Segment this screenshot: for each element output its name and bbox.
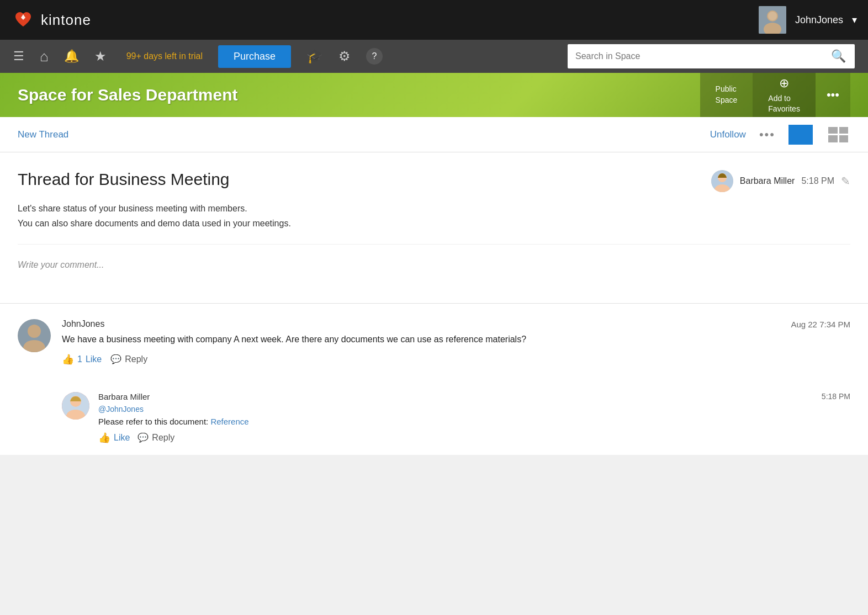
- nav-left: kintone: [11, 8, 91, 32]
- comment-text-johnjones: We have a business meeting with company …: [62, 332, 850, 347]
- barbara-avatar-img: [62, 392, 89, 420]
- thread-dots-menu[interactable]: •••: [759, 128, 775, 142]
- unfollow-button[interactable]: Unfollow: [710, 129, 746, 140]
- reply-text-before: Please refer to this document:: [98, 417, 210, 426]
- reply-time-barbara: 5:18 PM: [822, 392, 850, 401]
- thread-time: 5:18 PM: [801, 176, 834, 186]
- comment-johnjones: JohnJones Aug 22 7:34 PM We have a busin…: [0, 304, 868, 381]
- reply-like-label: Like: [114, 433, 130, 443]
- user-name: JohnJones: [795, 14, 843, 26]
- svg-point-10: [28, 325, 41, 338]
- graduation-icon[interactable]: 🎓: [306, 49, 323, 64]
- reply-button-barbara-reply[interactable]: 💬 Reply: [137, 432, 174, 443]
- thread-author-name: Barbara Miller: [740, 176, 795, 186]
- reply-reply-label: Reply: [152, 433, 174, 443]
- thumbs-up-reply-icon: 👍: [98, 432, 110, 444]
- menu-icon[interactable]: ☰: [13, 49, 24, 63]
- reply-bubble-reply-icon: 💬: [137, 432, 149, 443]
- thread-toolbar: New Thread Unfollow •••: [0, 117, 868, 152]
- thread-meta: Barbara Miller 5:18 PM ✎: [711, 170, 850, 192]
- thread-section: Thread for Business Meeting Barbara Mill…: [0, 152, 868, 303]
- reply-text-barbara: Please refer to this document: Reference: [98, 417, 850, 426]
- reply-barbara: Barbara Miller 5:18 PM @JohnJones Please…: [0, 381, 868, 455]
- thread-author-avatar: [711, 170, 733, 192]
- grid-cell-1: [828, 127, 838, 134]
- grid-cell-3: [828, 135, 838, 142]
- like-count: 1: [77, 354, 82, 364]
- comment-avatar-johnjones: [18, 319, 51, 352]
- thread-body: Let's share status of your business meet…: [18, 201, 850, 231]
- reply-header-barbara: Barbara Miller 5:18 PM: [98, 392, 850, 401]
- space-title: Space for Sales Department: [18, 86, 237, 104]
- gear-icon[interactable]: ⚙: [338, 49, 351, 64]
- logo-text: kintone: [41, 12, 91, 29]
- reply-button-johnjones[interactable]: 💬 Reply: [110, 354, 147, 364]
- user-avatar-img: [759, 6, 786, 34]
- grid-cell-4: [839, 135, 849, 142]
- comment-body-johnjones: JohnJones Aug 22 7:34 PM We have a busin…: [62, 319, 850, 365]
- space-header: Space for Sales Department PublicSpace ⊕…: [0, 73, 868, 117]
- johnjones-avatar-img: [18, 319, 51, 352]
- add-favorites-label: Add toFavorites: [768, 93, 800, 115]
- new-thread-button[interactable]: New Thread: [18, 129, 68, 140]
- add-favorites-icon: ⊕: [779, 75, 789, 92]
- top-nav: kintone JohnJones ▾: [0, 0, 868, 40]
- search-box: 🔍: [568, 44, 855, 68]
- bell-icon[interactable]: 🔔: [64, 49, 79, 63]
- purchase-button[interactable]: Purchase: [218, 45, 291, 68]
- thumbs-up-icon: 👍: [62, 353, 74, 365]
- thread-title: Thread for Business Meeting: [18, 170, 230, 189]
- reply-bubble-icon: 💬: [110, 354, 121, 364]
- space-more-icon: •••: [827, 88, 839, 102]
- reply-avatar-barbara: [62, 392, 89, 420]
- home-icon[interactable]: ⌂: [40, 48, 49, 65]
- reply-body-barbara: Barbara Miller 5:18 PM @JohnJones Please…: [98, 392, 850, 444]
- thread-edit-icon[interactable]: ✎: [841, 174, 850, 188]
- reply-mention-barbara: @JohnJones: [98, 405, 850, 413]
- svg-point-5: [768, 12, 777, 20]
- space-header-actions: PublicSpace ⊕ Add toFavorites •••: [700, 73, 850, 117]
- reply-author-barbara: Barbara Miller: [98, 392, 150, 401]
- comment-header-johnjones: JohnJones Aug 22 7:34 PM: [62, 319, 850, 329]
- comment-time-johnjones: Aug 22 7:34 PM: [791, 320, 850, 329]
- public-space-button[interactable]: PublicSpace: [700, 73, 753, 117]
- thread-author-avatar-img: [711, 170, 733, 192]
- comment-placeholder-text[interactable]: Write your comment...: [18, 256, 850, 274]
- like-label: Like: [86, 354, 102, 364]
- secondary-nav: ☰ ⌂ 🔔 ★ 99+ days left in trial Purchase …: [0, 40, 868, 73]
- space-more-button[interactable]: •••: [816, 73, 850, 117]
- logo[interactable]: kintone: [11, 8, 91, 32]
- reply-label: Reply: [125, 354, 147, 364]
- kintone-logo-icon: [11, 8, 35, 32]
- like-button-barbara-reply[interactable]: 👍 Like: [98, 432, 130, 444]
- star-icon[interactable]: ★: [94, 49, 107, 64]
- like-button-johnjones[interactable]: 👍 1 Like: [62, 353, 102, 365]
- nav-right: JohnJones ▾: [759, 6, 857, 34]
- thread-title-row: Thread for Business Meeting Barbara Mill…: [18, 170, 850, 192]
- help-icon[interactable]: ?: [366, 48, 383, 65]
- reply-link-reference[interactable]: Reference: [210, 417, 248, 426]
- view-single-button[interactable]: [788, 125, 813, 145]
- thread-body-line2: You can also share documents and demo da…: [18, 216, 850, 231]
- search-button[interactable]: 🔍: [822, 49, 855, 63]
- user-avatar: [759, 6, 786, 34]
- reply-actions-barbara: 👍 Like 💬 Reply: [98, 432, 850, 444]
- toolbar-right: Unfollow •••: [710, 125, 850, 145]
- add-favorites-button[interactable]: ⊕ Add toFavorites: [753, 73, 816, 117]
- thread-body-line1: Let's share status of your business meet…: [18, 201, 850, 216]
- grid-cell-2: [839, 127, 849, 134]
- trial-text: 99+ days left in trial: [126, 51, 203, 61]
- view-grid-button[interactable]: [826, 125, 850, 145]
- comment-actions-johnjones: 👍 1 Like 💬 Reply: [62, 353, 850, 365]
- public-space-label: PublicSpace: [716, 84, 738, 105]
- search-input[interactable]: [568, 51, 822, 61]
- user-dropdown-icon[interactable]: ▾: [852, 14, 857, 26]
- comment-input-area[interactable]: Write your comment...: [18, 244, 850, 285]
- comment-author-johnjones: JohnJones: [62, 319, 104, 329]
